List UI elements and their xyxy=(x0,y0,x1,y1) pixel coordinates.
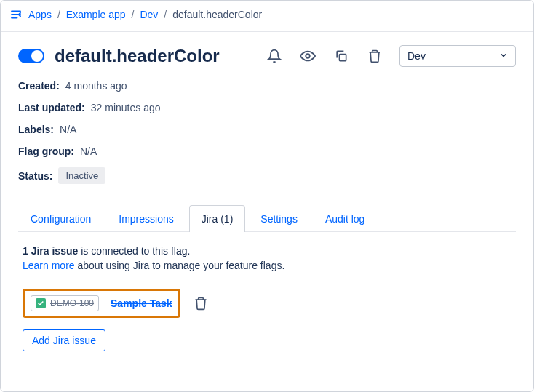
status-badge: Inactive xyxy=(58,167,105,184)
breadcrumb-bar: Apps / Example app / Dev / default.heade… xyxy=(1,1,533,32)
learn-more-link[interactable]: Learn more xyxy=(23,260,75,271)
chevron-down-icon xyxy=(499,50,508,62)
jira-panel: 1 Jira issue is connected to this flag. … xyxy=(18,232,516,364)
updated-label: Last updated: xyxy=(18,102,85,113)
jira-learn-line: Learn more about using Jira to manage yo… xyxy=(23,260,511,271)
page-header: default.headerColor Dev xyxy=(18,45,516,67)
jira-connected-rest: is connected to this flag. xyxy=(78,245,190,257)
watch-icon[interactable] xyxy=(299,47,316,65)
menu-collapse-icon[interactable] xyxy=(9,8,23,21)
jira-issue-title-link[interactable]: Sample Task xyxy=(111,297,172,309)
jira-issue-highlight: DEMO-100 Sample Task xyxy=(23,289,180,318)
breadcrumb-example-app[interactable]: Example app xyxy=(66,9,126,20)
tab-jira[interactable]: Jira (1) xyxy=(189,205,246,232)
breadcrumb-dev[interactable]: Dev xyxy=(140,9,158,20)
environment-select[interactable]: Dev xyxy=(399,45,516,67)
tab-configuration[interactable]: Configuration xyxy=(18,205,103,232)
created-label: Created: xyxy=(18,80,60,92)
labels-value: N/A xyxy=(60,124,76,135)
jira-connected-text: 1 Jira issue is connected to this flag. xyxy=(23,245,511,257)
tabs: Configuration Impressions Jira (1) Setti… xyxy=(18,204,516,232)
jira-issue-key: DEMO-100 xyxy=(50,298,94,308)
breadcrumb-sep: / xyxy=(57,9,60,20)
created-value: 4 months ago xyxy=(65,80,127,92)
tab-impressions[interactable]: Impressions xyxy=(106,205,186,232)
add-jira-issue-button[interactable]: Add Jira issue xyxy=(23,329,105,351)
jira-issue-chip[interactable]: DEMO-100 xyxy=(31,295,99,311)
svg-rect-4 xyxy=(340,55,346,61)
remove-issue-icon[interactable] xyxy=(194,296,208,311)
labels-label: Labels: xyxy=(18,124,54,135)
flag-enabled-toggle[interactable] xyxy=(18,49,44,63)
group-value: N/A xyxy=(80,145,97,157)
breadcrumb-apps[interactable]: Apps xyxy=(28,9,52,20)
environment-select-value: Dev xyxy=(407,50,426,62)
jira-issue-row: DEMO-100 Sample Task xyxy=(23,289,511,318)
flag-meta: Created: 4 months ago Last updated: 32 m… xyxy=(18,80,516,184)
notifications-icon[interactable] xyxy=(266,47,283,65)
status-label: Status: xyxy=(18,170,52,182)
delete-icon[interactable] xyxy=(366,47,383,65)
breadcrumb-current: default.headerColor xyxy=(172,9,262,20)
group-label: Flag group: xyxy=(18,145,74,157)
copy-icon[interactable] xyxy=(332,47,350,65)
page-title: default.headerColor xyxy=(55,46,255,66)
tab-audit-log[interactable]: Audit log xyxy=(313,205,377,232)
jira-connected-count: 1 Jira issue xyxy=(23,245,78,257)
svg-point-3 xyxy=(306,54,310,58)
tab-settings[interactable]: Settings xyxy=(248,205,310,232)
updated-value: 32 minutes ago xyxy=(91,102,161,113)
jira-learn-rest: about using Jira to manage your feature … xyxy=(75,260,285,271)
breadcrumb-sep: / xyxy=(164,9,167,20)
breadcrumb-sep: / xyxy=(132,9,135,20)
done-check-icon xyxy=(36,298,46,308)
